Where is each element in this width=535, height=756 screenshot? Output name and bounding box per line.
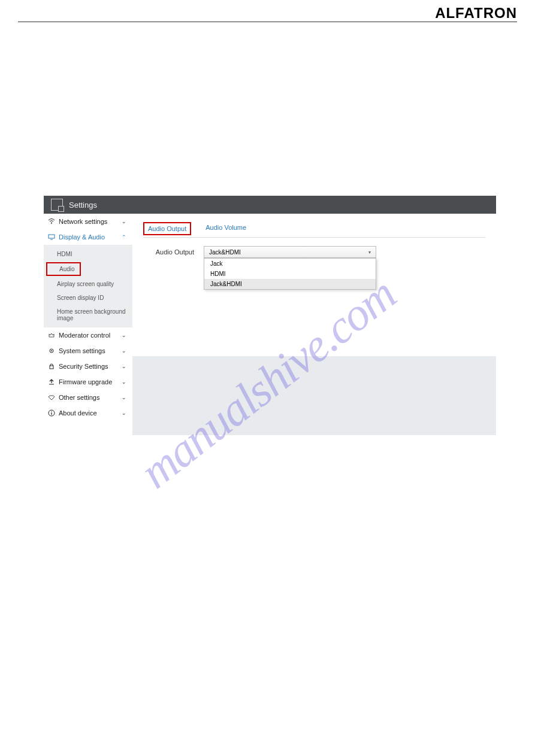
svg-point-8 [51,411,52,412]
header-divider [18,22,517,22]
nav-label: Network settings [59,218,107,225]
dropdown-option-jackhdmi[interactable]: Jack&HDMI [204,279,376,289]
nav-label: Display & Audio [59,233,105,241]
nav-label: Firmware upgrade [59,378,112,385]
nav-label: Moderator control [59,332,110,339]
sidebar-item-moderator[interactable]: Moderator control ⌄ [44,327,132,343]
sidebar-item-system[interactable]: System settings ⌄ [44,343,132,359]
chevron-down-icon: ⌄ [122,218,126,224]
window-icon [51,199,63,211]
chevron-up-icon: ⌃ [122,234,126,240]
content-panel: Audio Output Audio Volume Audio Output J… [132,214,496,435]
nav-label: About device [59,409,97,417]
submenu-item-hdmi[interactable]: HDMI [44,247,132,261]
chevron-down-icon: ⌄ [122,363,126,369]
lock-icon [48,363,55,370]
crown-icon [48,332,55,339]
brand-logo: ALFATRON [435,5,517,22]
submenu-item-background[interactable]: Home screen background image [44,305,132,325]
nav-label: Other settings [59,394,99,401]
audio-output-select-wrap: Jack&HDMI ▾ Jack HDMI Jack&HDMI [204,246,376,258]
sidebar-item-network[interactable]: Network settings ⌄ [44,214,132,229]
audio-output-select[interactable]: Jack&HDMI ▾ [204,246,376,258]
audio-output-dropdown: Jack HDMI Jack&HDMI [204,258,376,290]
diamond-icon [48,394,55,401]
tab-bar: Audio Output Audio Volume [143,222,485,238]
chevron-down-icon: ⌄ [122,332,126,338]
svg-point-0 [51,223,52,224]
monitor-icon [48,233,55,241]
sidebar-item-display-audio[interactable]: Display & Audio ⌃ [44,229,132,245]
sidebar-item-other[interactable]: Other settings ⌄ [44,390,132,405]
chevron-down-icon: ⌄ [122,379,126,385]
sidebar-item-security[interactable]: Security Settings ⌄ [44,359,132,374]
svg-rect-1 [49,235,55,238]
settings-window: Settings Network settings ⌄ Display & Au… [44,196,496,435]
form-row-audio-output: Audio Output Jack&HDMI ▾ Jack HDMI Jack&… [143,246,485,258]
svg-rect-5 [50,366,53,369]
chevron-down-icon: ⌄ [122,410,126,416]
nav-label: Security Settings [59,363,108,370]
caret-down-icon: ▾ [368,250,371,255]
submenu-display-audio: HDMI Audio Airplay screen quality Screen… [44,245,132,327]
submenu-item-airplay[interactable]: Airplay screen quality [44,277,132,291]
window-header: Settings [44,196,496,214]
upload-icon [48,378,55,385]
content-lower-bg [132,356,496,435]
chevron-down-icon: ⌄ [122,348,126,354]
sidebar-item-about[interactable]: About device ⌄ [44,405,132,421]
gear-icon [48,347,55,354]
tab-audio-output[interactable]: Audio Output [143,222,191,235]
dropdown-option-hdmi[interactable]: HDMI [204,269,376,279]
info-icon [48,409,55,417]
chevron-down-icon: ⌄ [122,394,126,400]
submenu-item-screen-id[interactable]: Screen display ID [44,291,132,305]
select-value: Jack&HDMI [209,249,241,256]
dropdown-option-jack[interactable]: Jack [204,259,376,269]
nav-label: System settings [59,347,105,354]
sidebar-item-firmware[interactable]: Firmware upgrade ⌄ [44,374,132,390]
tab-audio-volume[interactable]: Audio Volume [202,222,250,233]
wifi-icon [48,218,55,225]
submenu-item-audio[interactable]: Audio [46,262,81,276]
audio-output-label: Audio Output [143,248,194,256]
sidebar-nav: Network settings ⌄ Display & Audio ⌃ HDM… [44,214,132,435]
svg-point-4 [51,350,52,351]
window-title: Settings [69,201,97,210]
